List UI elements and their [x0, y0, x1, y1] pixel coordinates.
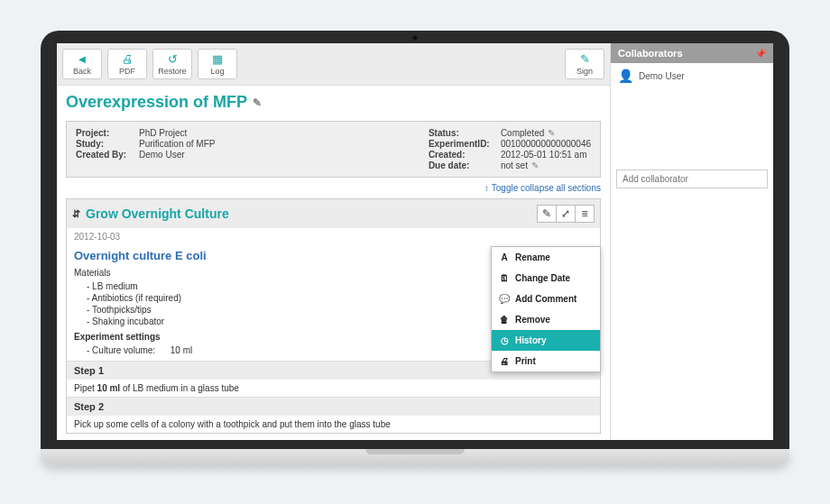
back-label: Back — [73, 67, 91, 76]
edit-icon: ✎ — [580, 53, 590, 65]
page-title-text: Overexpression of MFP — [66, 93, 247, 112]
menu-change-date[interactable]: 🗓Change Date — [492, 268, 600, 289]
step-body-2: Pick up some cells of a colony with a to… — [67, 416, 600, 433]
due-val: not set — [501, 160, 528, 170]
log-label: Log — [210, 67, 224, 76]
page-title: Overexpression of MFP ✎ — [66, 93, 601, 112]
section-date-row: 2012-10-03 ARename 🗓Change Date 💬Add Com… — [67, 228, 600, 245]
study-key: Study: — [76, 139, 139, 149]
sign-label: Sign — [576, 67, 593, 76]
status-val: Completed — [501, 128, 544, 138]
project-val: PhD Project — [139, 128, 187, 138]
toolbar: ◄ Back 🖨 PDF ↺ Restore ▦ — [57, 43, 610, 86]
calendar-icon: 🗓 — [499, 273, 510, 283]
laptop-base — [41, 449, 789, 465]
edit-status-icon[interactable]: ✎ — [548, 128, 555, 138]
back-icon: ◄ — [77, 53, 88, 65]
section-expand-button[interactable]: ⤢ — [556, 205, 576, 223]
clock-icon: ◷ — [499, 335, 510, 345]
expid-key: ExperimentID: — [429, 139, 501, 149]
due-key: Due date: — [429, 160, 501, 170]
created-key: Created: — [429, 150, 501, 160]
log-button[interactable]: ▦ Log — [198, 49, 237, 79]
user-icon: 👤 — [618, 69, 633, 83]
pdf-label: PDF — [119, 67, 135, 76]
print-icon: 🖨 — [499, 356, 510, 366]
edit-title-icon[interactable]: ✎ — [253, 96, 262, 109]
collapse-icon: ⇵ — [72, 208, 80, 220]
comment-icon: 💬 — [499, 294, 510, 304]
section-menu-button[interactable]: ≡ — [575, 205, 595, 223]
restore-label: Restore — [158, 67, 187, 76]
calendar-icon: ▦ — [212, 53, 223, 65]
pdf-button[interactable]: 🖨 PDF — [107, 49, 147, 79]
menu-history[interactable]: ◷History — [492, 330, 600, 351]
back-button[interactable]: ◄ Back — [62, 49, 102, 79]
section-context-menu: ARename 🗓Change Date 💬Add Comment 🗑Remov… — [491, 246, 601, 372]
status-key: Status: — [429, 128, 501, 138]
menu-print[interactable]: 🖨Print — [492, 351, 600, 371]
section-edit-button[interactable]: ✎ — [537, 205, 557, 223]
createdby-key: Created By: — [76, 150, 139, 160]
menu-add-comment[interactable]: 💬Add Comment — [492, 289, 600, 309]
laptop-camera — [412, 35, 418, 41]
step-body-1: Pipet 10 ml of LB medium in a glass tube — [67, 380, 600, 397]
section-card: ⇵ Grow Overnight Culture ✎ ⤢ ≡ 2012-10-0… — [66, 198, 601, 434]
pin-icon[interactable]: 📌 — [755, 49, 766, 59]
metadata-box: Project:PhD Project Study:Purification o… — [66, 121, 601, 178]
step-heading-2: Step 2 — [67, 397, 600, 416]
toggle-collapse-all[interactable]: Toggle collapse all sections — [57, 183, 610, 198]
trash-icon: 🗑 — [499, 315, 510, 325]
edit-due-icon[interactable]: ✎ — [531, 160, 539, 170]
add-collaborator-input[interactable] — [616, 170, 768, 188]
menu-remove[interactable]: 🗑Remove — [492, 309, 600, 330]
createdby-val: Demo User — [139, 150, 185, 160]
restore-icon: ↺ — [168, 53, 178, 65]
collaborators-header: Collaborators 📌 — [611, 43, 773, 63]
section-date: 2012-10-03 — [74, 232, 120, 242]
font-icon: A — [499, 252, 510, 262]
created-val: 2012-05-01 10:51 am — [501, 150, 587, 160]
collaborator-name: Demo User — [639, 71, 685, 81]
print-icon: 🖨 — [122, 53, 134, 65]
sign-button[interactable]: ✎ Sign — [565, 49, 604, 79]
expid-val: 001000000000000046 — [501, 139, 591, 149]
menu-rename[interactable]: ARename — [492, 247, 600, 268]
project-key: Project: — [76, 128, 139, 138]
collaborator-item[interactable]: 👤 Demo User — [618, 69, 766, 83]
study-val: Purification of MFP — [139, 139, 215, 149]
section-title[interactable]: ⇵ Grow Overnight Culture — [72, 206, 538, 221]
restore-button[interactable]: ↺ Restore — [152, 49, 192, 79]
